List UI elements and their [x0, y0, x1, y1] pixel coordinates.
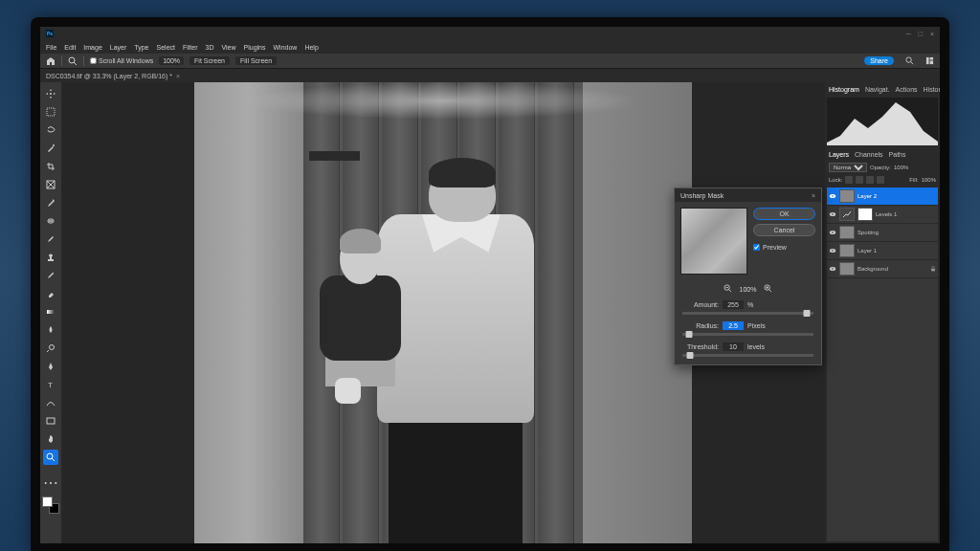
close-icon[interactable]: ×	[930, 31, 934, 37]
lock-transparency-icon[interactable]	[845, 176, 853, 184]
close-tab-icon[interactable]: ×	[176, 73, 180, 79]
svg-rect-16	[48, 259, 54, 261]
threshold-slider[interactable]	[682, 354, 813, 357]
marquee-tool[interactable]	[43, 104, 58, 120]
document-canvas[interactable]	[194, 82, 692, 543]
preview-checkbox[interactable]: Preview	[753, 244, 815, 251]
svg-line-3	[910, 61, 913, 64]
lock-all-icon[interactable]	[877, 176, 884, 184]
maximize-icon[interactable]: □	[919, 31, 923, 37]
zoom-tool[interactable]	[43, 450, 58, 465]
gradient-tool[interactable]	[43, 304, 58, 320]
menu-layer[interactable]: Layer	[110, 44, 127, 51]
radius-unit: Pixels	[747, 322, 766, 329]
visibility-icon[interactable]	[829, 229, 836, 236]
search-icon[interactable]	[905, 56, 914, 65]
amount-input[interactable]: 255	[723, 300, 744, 309]
visibility-icon[interactable]	[829, 247, 836, 254]
rectangle-tool[interactable]	[43, 413, 58, 429]
fill-value[interactable]: 100%	[922, 177, 936, 183]
edit-toolbar-icon[interactable]: ⋯	[43, 474, 58, 490]
cancel-button[interactable]: Cancel	[753, 224, 815, 236]
menu-window[interactable]: Window	[274, 44, 298, 51]
move-tool[interactable]	[43, 86, 58, 101]
frame-tool[interactable]	[43, 177, 58, 192]
lock-icon	[930, 266, 936, 272]
tab-history[interactable]: History	[924, 86, 940, 93]
pen-tool[interactable]	[43, 359, 58, 374]
home-icon[interactable]	[46, 56, 56, 66]
lasso-tool[interactable]	[43, 122, 58, 138]
blend-mode-select[interactable]: Normal	[829, 163, 867, 172]
tab-navigator[interactable]: Navigat.	[865, 86, 890, 93]
tab-histogram[interactable]: Histogram	[829, 86, 859, 93]
zoom-in-icon[interactable]	[764, 284, 772, 294]
fill-screen-button[interactable]: Fill Screen	[235, 56, 277, 65]
dodge-tool[interactable]	[43, 341, 58, 356]
menu-help[interactable]: Help	[304, 44, 318, 51]
menu-view[interactable]: View	[222, 44, 236, 51]
radius-input[interactable]: 2.5	[723, 321, 744, 330]
zoom-out-icon[interactable]	[724, 284, 732, 294]
lock-pixels-icon[interactable]	[856, 176, 863, 184]
opacity-value[interactable]: 100%	[894, 165, 908, 170]
menu-plugins[interactable]: Plugins	[244, 44, 266, 51]
amount-slider[interactable]	[682, 312, 813, 315]
brush-tool[interactable]	[43, 231, 58, 247]
hand-tool[interactable]	[43, 431, 58, 447]
canvas-area[interactable]: Unsharp Mask × OK Cancel Preview 100%	[61, 82, 825, 543]
ok-button[interactable]: OK	[753, 208, 815, 220]
path-tool[interactable]	[43, 395, 58, 410]
crop-tool[interactable]	[43, 159, 58, 174]
workspace-icon[interactable]	[925, 56, 934, 65]
tab-actions[interactable]: Actions	[896, 86, 918, 93]
svg-point-42	[832, 268, 834, 270]
stamp-tool[interactable]	[43, 250, 58, 265]
visibility-icon[interactable]	[829, 265, 836, 273]
type-tool[interactable]: T	[43, 377, 58, 392]
blur-tool[interactable]	[43, 322, 58, 338]
layer-row[interactable]: Layer 2	[827, 187, 938, 206]
radius-slider[interactable]	[682, 333, 813, 336]
threshold-unit: levels	[747, 343, 765, 350]
menu-3d[interactable]: 3D	[206, 44, 214, 51]
dialog-close-icon[interactable]: ×	[812, 192, 815, 199]
eyedropper-tool[interactable]	[43, 195, 58, 210]
menu-filter[interactable]: Filter	[183, 44, 198, 51]
wand-tool[interactable]	[43, 141, 58, 156]
heal-tool[interactable]	[43, 213, 58, 229]
eraser-tool[interactable]	[43, 286, 58, 301]
history-brush-tool[interactable]	[43, 268, 58, 283]
dialog-titlebar[interactable]: Unsharp Mask ×	[675, 188, 821, 202]
menu-file[interactable]: File	[46, 44, 56, 51]
visibility-icon[interactable]	[829, 192, 836, 200]
menu-type[interactable]: Type	[134, 44, 148, 51]
radius-label: Radius:	[682, 322, 719, 329]
lock-position-icon[interactable]	[866, 176, 874, 184]
window-controls: ─ □ ×	[906, 31, 934, 37]
fit-screen-button[interactable]: Fit Screen	[189, 56, 230, 65]
threshold-input[interactable]: 10	[723, 342, 744, 351]
dialog-preview-image[interactable]	[680, 208, 747, 275]
minimize-icon[interactable]: ─	[906, 31, 911, 37]
menu-edit[interactable]: Edit	[64, 44, 76, 51]
histogram-panel-tabs: Histogram Navigat. Actions History	[825, 82, 940, 96]
menu-image[interactable]: Image	[83, 44, 101, 51]
share-button[interactable]: Share	[864, 56, 894, 65]
layer-row[interactable]: Levels 1	[827, 206, 938, 224]
visibility-icon[interactable]	[829, 210, 836, 218]
svg-point-18	[49, 254, 53, 257]
scroll-all-checkbox[interactable]: Scroll All Windows	[90, 57, 153, 64]
menu-select[interactable]: Select	[157, 44, 175, 51]
tab-channels[interactable]: Channels	[855, 151, 883, 158]
tab-paths[interactable]: Paths	[889, 151, 906, 158]
layer-row[interactable]: Background	[827, 260, 938, 278]
layer-row[interactable]: Spotting	[827, 224, 938, 242]
color-swatches[interactable]	[42, 496, 59, 514]
document-tab[interactable]: DSC0354.tif @ 33.3% (Layer 2, RGB/16) * …	[46, 73, 180, 79]
svg-rect-19	[47, 310, 55, 314]
zoom-value[interactable]: 100%	[159, 56, 184, 65]
layer-row[interactable]: Layer 1	[827, 242, 938, 260]
foreground-color-swatch[interactable]	[42, 496, 53, 507]
tab-layers[interactable]: Layers	[829, 151, 849, 158]
